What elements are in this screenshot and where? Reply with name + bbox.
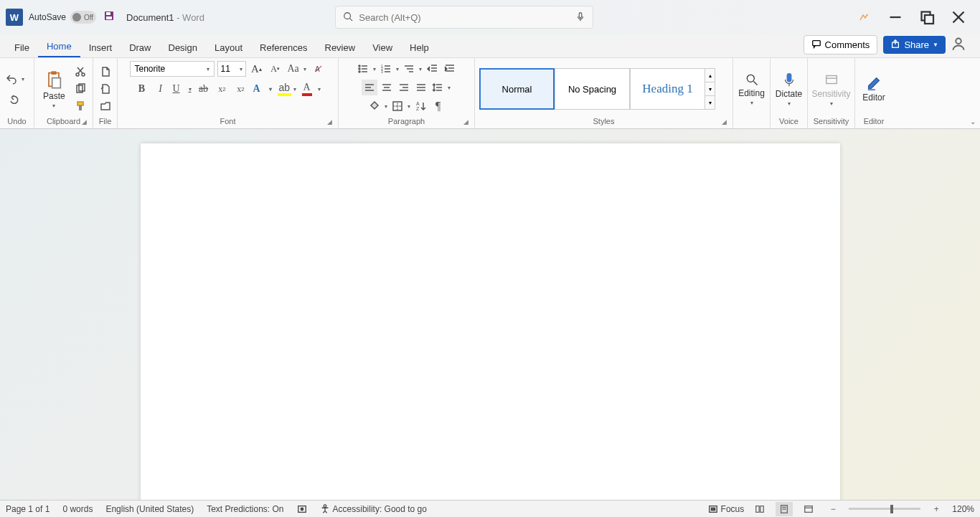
tab-layout[interactable]: Layout	[206, 38, 251, 57]
undo-button[interactable]: ▾	[4, 71, 26, 87]
open-file-button[interactable]	[98, 98, 113, 114]
tab-help[interactable]: Help	[401, 38, 438, 57]
ribbon-display-icon[interactable]	[855, 9, 872, 26]
tab-references[interactable]: References	[251, 38, 316, 57]
new-file-button[interactable]	[98, 64, 113, 80]
document-area[interactable]	[0, 129, 980, 502]
font-name-combo[interactable]: Tenorite▾	[130, 61, 215, 77]
align-left-button[interactable]	[362, 80, 377, 95]
change-case-button[interactable]: Aa▾	[286, 61, 308, 77]
paste-button[interactable]: Paste ▾	[39, 70, 70, 109]
print-layout-button[interactable]	[776, 502, 793, 516]
superscript-button[interactable]: x2	[233, 81, 249, 97]
highlight-button[interactable]: ab▾	[276, 81, 298, 97]
tab-review[interactable]: Review	[316, 38, 364, 57]
underline-button[interactable]: U▾	[171, 81, 193, 97]
tab-draw[interactable]: Draw	[121, 38, 159, 57]
shading-button[interactable]: ▾	[367, 98, 389, 114]
svg-point-29	[359, 68, 360, 70]
svg-rect-5	[580, 12, 583, 17]
launcher-icon[interactable]: ◢	[82, 118, 87, 125]
increase-indent-button[interactable]	[442, 61, 458, 77]
search-box[interactable]	[335, 6, 593, 29]
comments-button[interactable]: Comments	[804, 35, 878, 54]
tab-insert[interactable]: Insert	[80, 38, 121, 57]
italic-button[interactable]: I	[153, 81, 169, 97]
copy-button[interactable]	[72, 81, 88, 97]
share-button[interactable]: Share ▼	[883, 36, 946, 54]
styles-up-button[interactable]: ▴	[705, 69, 715, 82]
strikethrough-button[interactable]: ab	[196, 81, 212, 97]
dictate-button[interactable]: Dictate ▾	[771, 72, 806, 107]
web-layout-button[interactable]	[800, 502, 817, 516]
bullets-button[interactable]: ▾	[356, 61, 377, 77]
styles-down-button[interactable]: ▾	[705, 82, 715, 96]
line-spacing-button[interactable]: ▾	[430, 80, 452, 95]
cut-button[interactable]	[72, 64, 88, 80]
align-center-button[interactable]	[379, 80, 395, 95]
font-size-combo[interactable]: 11▾	[217, 61, 246, 77]
multilevel-list-button[interactable]: ▾	[402, 61, 423, 77]
word-app-icon: W	[6, 9, 23, 26]
text-effects-button[interactable]: A▾	[252, 81, 273, 97]
decrease-indent-button[interactable]	[425, 61, 440, 77]
justify-button[interactable]	[413, 80, 429, 95]
status-page[interactable]: Page 1 of 1	[6, 504, 50, 514]
collapse-ribbon-button[interactable]: ⌄	[970, 118, 976, 125]
launcher-icon[interactable]: ◢	[327, 118, 332, 125]
autosave-switch[interactable]: Off	[70, 11, 96, 24]
close-button[interactable]	[950, 9, 967, 26]
zoom-level[interactable]: 120%	[952, 504, 974, 514]
focus-button[interactable]: Focus	[708, 504, 745, 514]
styles-more-button[interactable]: ▾	[705, 96, 715, 109]
status-predictions[interactable]: Text Predictions: On	[207, 504, 283, 514]
style-heading-1[interactable]: Heading 1	[630, 68, 705, 110]
status-words[interactable]: 0 words	[62, 504, 93, 514]
pin-button[interactable]	[98, 81, 113, 97]
grow-font-button[interactable]: A▴	[249, 61, 265, 77]
zoom-slider[interactable]	[849, 508, 920, 510]
style-no-spacing[interactable]: No Spacing	[555, 68, 630, 110]
group-label-font: Font◢	[122, 117, 334, 127]
svg-rect-16	[52, 71, 57, 75]
format-painter-button[interactable]	[72, 98, 88, 114]
editing-button[interactable]: Editing ▾	[734, 72, 769, 106]
tab-file[interactable]: File	[6, 38, 38, 57]
show-marks-button[interactable]: ¶	[430, 98, 446, 114]
numbering-button[interactable]: 123▾	[379, 61, 400, 77]
subscript-button[interactable]: x2	[215, 81, 230, 97]
tab-home[interactable]: Home	[38, 37, 80, 57]
shrink-font-button[interactable]: A▾	[268, 61, 283, 77]
redo-button[interactable]	[7, 91, 23, 107]
editor-button[interactable]: Editor	[858, 75, 889, 103]
search-input[interactable]	[359, 12, 570, 23]
status-macros[interactable]	[297, 504, 307, 514]
microphone-icon[interactable]	[575, 11, 585, 24]
borders-button[interactable]: ▾	[390, 98, 412, 114]
document-page[interactable]	[141, 143, 840, 502]
minimize-button[interactable]	[887, 9, 904, 26]
status-language[interactable]: English (United States)	[105, 504, 194, 514]
tab-design[interactable]: Design	[160, 38, 206, 57]
save-icon[interactable]	[103, 10, 115, 24]
zoom-in-button[interactable]: +	[928, 502, 945, 516]
group-editor: Editor Editor	[855, 58, 892, 128]
document-title[interactable]: Document1 - Word	[126, 12, 204, 23]
maximize-button[interactable]	[918, 9, 936, 26]
tab-view[interactable]: View	[364, 38, 401, 57]
zoom-out-button[interactable]: −	[824, 502, 842, 516]
svg-rect-1	[106, 12, 110, 15]
font-color-button[interactable]: A▾	[301, 81, 322, 97]
align-right-button[interactable]	[396, 80, 412, 95]
style-normal[interactable]: Normal	[479, 68, 555, 110]
launcher-icon[interactable]: ◢	[722, 118, 727, 125]
bold-button[interactable]: B	[134, 81, 150, 97]
read-mode-button[interactable]	[751, 502, 768, 516]
zoom-thumb[interactable]	[890, 505, 893, 513]
sort-button[interactable]: AZ	[413, 98, 429, 114]
status-accessibility[interactable]: Accessibility: Good to go	[320, 504, 427, 514]
launcher-icon[interactable]: ◢	[463, 118, 468, 125]
account-icon[interactable]	[951, 37, 969, 54]
clear-formatting-button[interactable]: A	[311, 61, 326, 77]
autosave-toggle[interactable]: AutoSave Off	[29, 11, 96, 24]
